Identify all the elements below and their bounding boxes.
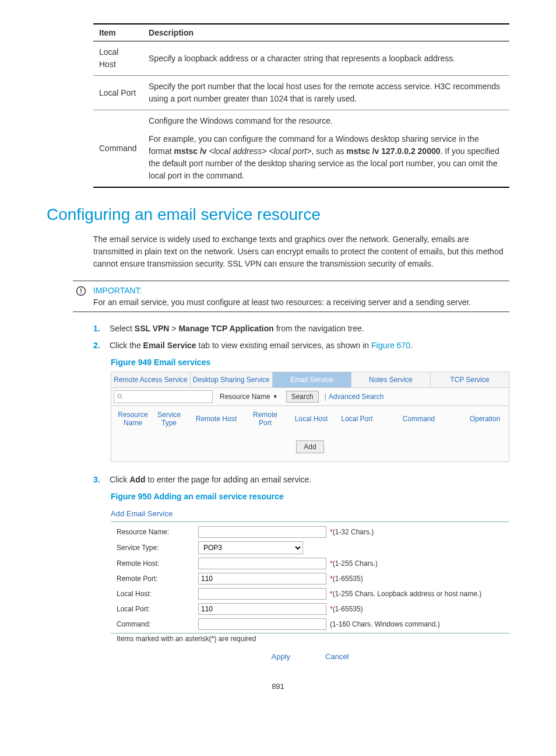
col-resource-name: Resource Name <box>115 411 151 428</box>
step-3: 3. Click Add to enter the page for addin… <box>93 474 509 486</box>
local-host-input[interactable] <box>198 588 326 600</box>
required-note: Items marked with an asterisk(*) are req… <box>111 634 509 649</box>
command-input[interactable] <box>198 618 326 630</box>
advanced-search-link[interactable]: Advanced Search <box>329 393 384 401</box>
th-item: Item <box>93 24 143 41</box>
td-item: Local Host <box>93 41 143 76</box>
td-desc: Configure the Windows command for the re… <box>143 110 509 188</box>
td-desc: Specify the port number that the local h… <box>143 76 509 110</box>
step-1: 1. Select SSL VPN > Manage TCP Applicati… <box>93 323 509 335</box>
admonition-body: For an email service, you must configure… <box>93 298 509 307</box>
command-desc-line2: For example, you can configure the comma… <box>149 133 504 182</box>
td-item: Command <box>93 110 143 188</box>
col-local-port: Local Port <box>341 415 373 423</box>
figure-link[interactable]: Figure 670 <box>371 341 410 350</box>
field-row-resource-name: Resource Name: *(1-32 Chars.) <box>111 524 509 540</box>
tab-tcp-service[interactable]: TCP Service <box>430 372 509 387</box>
field-label: Remote Port: <box>117 575 198 583</box>
form-title: Add Email Service <box>111 506 509 522</box>
step-text: Click the Email Service tab to view exis… <box>110 340 413 352</box>
important-admonition: IMPORTANT: For an email service, you mus… <box>73 281 509 312</box>
col-remote-host: Remote Host <box>187 415 245 423</box>
svg-point-3 <box>118 394 121 398</box>
table-row: Local Host Specify a loopback address or… <box>93 41 509 76</box>
tab-desktop-sharing[interactable]: Desktop Sharing Service <box>190 372 272 387</box>
field-label: Local Host: <box>117 590 198 598</box>
add-button[interactable]: Add <box>296 440 323 453</box>
search-button[interactable]: Search <box>286 391 319 402</box>
figure-caption-1: Figure 949 Email services <box>111 358 509 367</box>
form-buttons: Apply Cancel <box>111 649 509 664</box>
section-heading: Configuring an email service resource <box>47 205 509 224</box>
field-hint: *(1-255 Chars. Loopback address or host … <box>330 590 481 598</box>
remote-host-input[interactable] <box>198 558 326 569</box>
service-type-select[interactable]: POP3 <box>198 541 303 554</box>
field-row-service-type: Service Type: POP3 <box>111 540 509 556</box>
step-2: 2. Click the Email Service tab to view e… <box>93 340 509 352</box>
add-email-service-form: Resource Name: *(1-32 Chars.) Service Ty… <box>111 522 509 634</box>
resource-name-input[interactable] <box>198 526 326 538</box>
field-label: Resource Name: <box>117 528 198 536</box>
dropdown-label: Resource Name <box>220 393 270 401</box>
field-hint: *(1-65535) <box>330 605 363 613</box>
email-services-panel: Remote Access Service Desktop Sharing Se… <box>111 372 509 462</box>
service-tabs: Remote Access Service Desktop Sharing Se… <box>111 372 509 388</box>
table-header-row: Resource Name Service Type Remote Host R… <box>111 406 509 432</box>
field-label: Service Type: <box>117 544 198 552</box>
col-remote-port: Remote Port <box>249 411 281 428</box>
step-text: Click Add to enter the page for adding a… <box>110 474 311 486</box>
field-label: Local Port: <box>117 605 198 613</box>
tab-email-service[interactable]: Email Service <box>272 372 351 387</box>
field-row-remote-host: Remote Host: *(1-255 Chars.) <box>111 556 509 571</box>
field-row-local-host: Local Host: *(1-255 Chars. Loopback addr… <box>111 586 509 601</box>
definition-table: Item Description Local Host Specify a lo… <box>93 23 509 188</box>
page-number: 891 <box>47 682 509 691</box>
step-text: Select SSL VPN > Manage TCP Application … <box>110 323 364 335</box>
steps-list-cont: 3. Click Add to enter the page for addin… <box>93 474 509 486</box>
svg-rect-2 <box>80 293 82 294</box>
steps-list: 1. Select SSL VPN > Manage TCP Applicati… <box>93 323 509 352</box>
field-row-command: Command: (1-160 Chars. Windows command.) <box>111 617 509 632</box>
table-row: Command Configure the Windows command fo… <box>93 110 509 188</box>
svg-line-4 <box>121 398 123 400</box>
tab-notes-service[interactable]: Notes Service <box>351 372 430 387</box>
step-number: 3. <box>93 474 110 486</box>
cancel-button[interactable]: Cancel <box>325 652 349 661</box>
table-row: Local Port Specify the port number that … <box>93 76 509 110</box>
step-number: 2. <box>93 340 110 352</box>
col-local-host: Local Host <box>285 415 337 423</box>
col-service-type: Service Type <box>154 411 184 428</box>
field-hint: *(1-32 Chars.) <box>330 528 374 536</box>
field-row-local-port: Local Port: *(1-65535) <box>111 601 509 617</box>
field-row-remote-port: Remote Port: *(1-65535) <box>111 571 509 586</box>
search-bar: Resource Name ▼ Search | Advanced Search <box>111 388 509 406</box>
td-desc: Specify a loopback address or a characte… <box>143 41 509 76</box>
th-desc: Description <box>143 24 509 41</box>
important-icon <box>73 286 89 298</box>
figure-caption-2: Figure 950 Adding an email service resou… <box>111 492 509 501</box>
caret-down-icon: ▼ <box>273 394 278 400</box>
field-label: Command: <box>117 620 198 628</box>
field-hint: *(1-65535) <box>330 575 363 583</box>
td-item: Local Port <box>93 76 143 110</box>
step-number: 1. <box>93 323 110 335</box>
col-operation: Operation <box>464 415 505 423</box>
separator: | <box>325 393 326 401</box>
add-row: Add <box>111 432 509 461</box>
command-desc-line1: Configure the Windows command for the re… <box>149 115 504 127</box>
search-icon <box>117 393 124 400</box>
search-input[interactable] <box>114 390 213 403</box>
admonition-title: IMPORTANT: <box>93 286 509 295</box>
svg-rect-1 <box>80 289 82 292</box>
apply-button[interactable]: Apply <box>272 652 291 661</box>
search-field-dropdown[interactable]: Resource Name ▼ <box>215 393 283 401</box>
intro-paragraph: The email service is widely used to exch… <box>93 233 509 270</box>
local-port-input[interactable] <box>198 603 326 615</box>
field-label: Remote Host: <box>117 559 198 568</box>
col-command: Command <box>376 415 461 423</box>
field-hint: *(1-255 Chars.) <box>330 559 378 568</box>
field-hint: (1-160 Chars. Windows command.) <box>330 620 440 628</box>
tab-remote-access[interactable]: Remote Access Service <box>111 372 190 387</box>
remote-port-input[interactable] <box>198 573 326 584</box>
